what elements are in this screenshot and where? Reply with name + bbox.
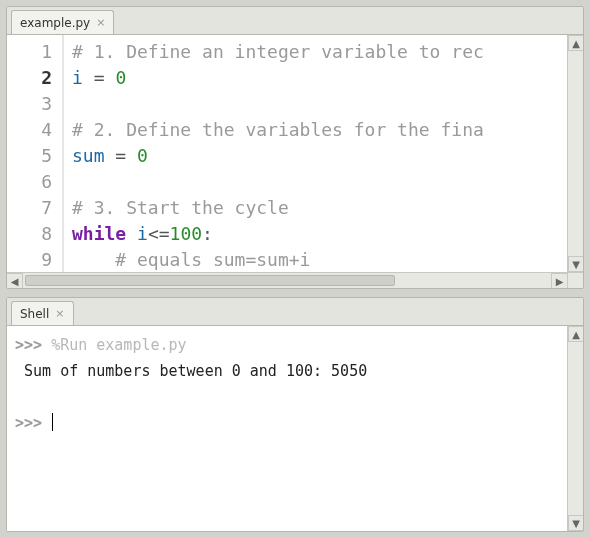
- code-editor[interactable]: 123456789 # 1. Define an integer variabl…: [7, 35, 583, 272]
- shell-content-wrapper: >>> %Run example.py Sum of numbers betwe…: [7, 325, 583, 531]
- shell-run-command: %Run example.py: [51, 336, 186, 354]
- scroll-up-arrow-icon[interactable]: ▲: [568, 35, 583, 51]
- close-icon[interactable]: ×: [96, 16, 105, 29]
- line-number: 8: [7, 221, 52, 247]
- shell-output-line: Sum of numbers between 0 and 100: 5050: [15, 362, 367, 380]
- shell-output[interactable]: >>> %Run example.py Sum of numbers betwe…: [7, 326, 567, 531]
- shell-tab-label: Shell: [20, 307, 49, 321]
- editor-panel: example.py × 123456789 # 1. Define an in…: [6, 6, 584, 289]
- scroll-thumb-horizontal[interactable]: [25, 275, 395, 286]
- code-line[interactable]: sum = 0: [72, 143, 583, 169]
- shell-panel: Shell × >>> %Run example.py Sum of numbe…: [6, 297, 584, 532]
- line-number: 2: [7, 65, 52, 91]
- shell-prompt: >>>: [15, 336, 42, 354]
- code-text[interactable]: # 1. Define an integer variable to reci …: [64, 35, 583, 272]
- shell-scrollbar-vertical[interactable]: ▲ ▼: [567, 326, 583, 531]
- scroll-corner: [567, 272, 583, 288]
- code-line[interactable]: # 3. Start the cycle: [72, 195, 583, 221]
- editor-tab[interactable]: example.py ×: [11, 10, 114, 34]
- shell-tab[interactable]: Shell ×: [11, 301, 74, 325]
- code-line[interactable]: [72, 169, 583, 195]
- code-line[interactable]: # 2. Define the variables for the fina: [72, 117, 583, 143]
- code-line[interactable]: # 1. Define an integer variable to rec: [72, 39, 583, 65]
- editor-scrollbar-horizontal[interactable]: ◀ ▶: [7, 272, 567, 288]
- editor-scrollbar-vertical[interactable]: ▲ ▼: [567, 35, 583, 272]
- line-number: 4: [7, 117, 52, 143]
- line-number: 7: [7, 195, 52, 221]
- scroll-track-horizontal[interactable]: [23, 273, 551, 288]
- shell-prompt: >>>: [15, 414, 42, 432]
- text-cursor: [52, 413, 53, 431]
- scroll-right-arrow-icon[interactable]: ▶: [551, 273, 567, 288]
- scroll-track-vertical[interactable]: [568, 342, 583, 515]
- line-number-gutter: 123456789: [7, 35, 62, 272]
- scroll-left-arrow-icon[interactable]: ◀: [7, 273, 23, 288]
- scroll-up-arrow-icon[interactable]: ▲: [568, 326, 583, 342]
- editor-tab-label: example.py: [20, 16, 90, 30]
- close-icon[interactable]: ×: [55, 307, 64, 320]
- editor-content: 123456789 # 1. Define an integer variabl…: [7, 34, 583, 288]
- code-line[interactable]: while i<=100:: [72, 221, 583, 247]
- line-number: 1: [7, 39, 52, 65]
- scroll-track-vertical[interactable]: [568, 51, 583, 256]
- code-line[interactable]: # equals sum=sum+i: [72, 247, 583, 272]
- code-line[interactable]: [72, 91, 583, 117]
- line-number: 9: [7, 247, 52, 272]
- scroll-down-arrow-icon[interactable]: ▼: [568, 256, 583, 272]
- code-line[interactable]: i = 0: [72, 65, 583, 91]
- line-number: 6: [7, 169, 52, 195]
- line-number: 3: [7, 91, 52, 117]
- editor-tabbar: example.py ×: [7, 7, 583, 34]
- scroll-down-arrow-icon[interactable]: ▼: [568, 515, 583, 531]
- line-number: 5: [7, 143, 52, 169]
- shell-tabbar: Shell ×: [7, 298, 583, 325]
